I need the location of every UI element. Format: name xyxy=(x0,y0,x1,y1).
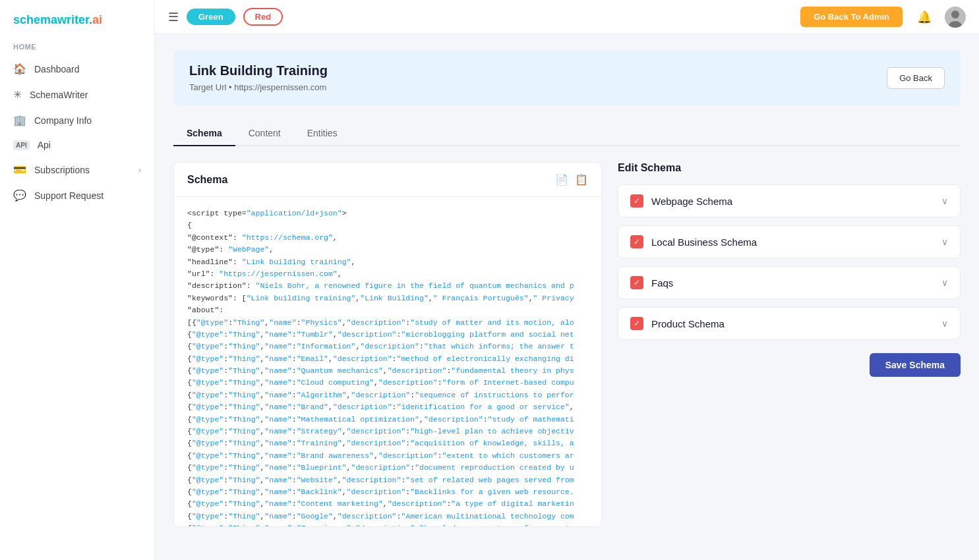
code-line: "@context": "https://schema.org", xyxy=(187,232,588,244)
code-line: "headline": "Link building training", xyxy=(187,256,588,268)
avatar[interactable] xyxy=(945,7,966,28)
accordion-faqs: ✓ Faqs ∨ xyxy=(618,266,961,299)
chevron-down-icon: ∨ xyxy=(941,196,948,206)
accordion-webpage-header[interactable]: ✓ Webpage Schema ∨ xyxy=(618,185,960,217)
page-header-left: Link Building Training Target Url • http… xyxy=(189,63,328,92)
accordion-product-header[interactable]: ✓ Product Schema ∨ xyxy=(618,308,960,339)
accordion-webpage: ✓ Webpage Schema ∨ xyxy=(618,184,961,217)
accordion-product-title: Product Schema xyxy=(651,318,725,329)
code-line: "url": "https://jespernissen.com", xyxy=(187,268,588,280)
code-line: {"@type":"Thing","name":"Brand awareness… xyxy=(187,450,588,462)
support-icon: 💬 xyxy=(13,189,26,202)
main-area: ☰ Green Red Go Back To Admin 🔔 Link Buil… xyxy=(155,0,979,560)
code-line: [{"@type":"Thing","name":"Physics","desc… xyxy=(187,317,588,329)
code-line: {"@type":"Thing","name":"Quantum mechani… xyxy=(187,365,588,377)
code-line: {"@type":"Thing","name":"Information","d… xyxy=(187,341,588,352)
bell-icon[interactable]: 🔔 xyxy=(917,10,932,24)
code-line: {"@type":"Thing","name":"Blueprint","des… xyxy=(187,462,588,474)
sidebar-item-subscriptions[interactable]: 💳 Subscriptions › xyxy=(0,157,154,182)
code-line: "keywords": ["Link building training","L… xyxy=(187,293,588,304)
code-line: {"@type":"Thing","name":"Google","descri… xyxy=(187,511,588,522)
target-url: Target Url • https://jespernissen.com xyxy=(189,82,328,92)
checkbox-local-business[interactable]: ✓ xyxy=(630,235,643,248)
schema-panel: Schema 📄 📋 <script type="application/ld+… xyxy=(173,162,602,527)
subscription-icon: 💳 xyxy=(13,163,26,176)
svg-point-1 xyxy=(951,11,959,18)
edit-schema-title: Edit Schema xyxy=(618,162,961,174)
content-area: Link Building Training Target Url • http… xyxy=(155,34,979,560)
edit-schema-panel: Edit Schema ✓ Webpage Schema ∨ ✓ xyxy=(618,162,961,377)
page-title: Link Building Training xyxy=(189,63,328,78)
code-line: {"@type":"Thing","name":"Content marketi… xyxy=(187,498,588,510)
code-line: {"@type":"Thing","name":"Cloud computing… xyxy=(187,377,588,389)
logo: schemawriter.ai xyxy=(0,13,154,43)
accordion-local-business-header[interactable]: ✓ Local Business Schema ∨ xyxy=(618,226,960,258)
schema-panel-icons: 📄 📋 xyxy=(555,173,588,186)
target-url-value: https://jespernissen.com xyxy=(234,82,326,92)
api-icon: API xyxy=(13,140,30,150)
schema-panel-title: Schema xyxy=(187,174,227,186)
code-line: {"@type":"Thing","name":"Mathematical op… xyxy=(187,414,588,426)
sidebar-item-label: Api xyxy=(38,140,141,150)
sidebar-item-label: Subscriptions xyxy=(34,165,131,175)
accordion-local-business-title: Local Business Schema xyxy=(651,237,757,248)
code-line: {"@type":"Thing","name":"Strategy","desc… xyxy=(187,426,588,437)
chevron-down-icon: ∨ xyxy=(941,318,948,329)
target-url-separator: • xyxy=(229,82,234,92)
sidebar-item-dashboard[interactable]: 🏠 Dashboard xyxy=(0,56,154,82)
sidebar-item-support-request[interactable]: 💬 Support Request xyxy=(0,182,154,208)
tab-content[interactable]: Content xyxy=(235,121,294,146)
sidebar-item-api[interactable]: API Api xyxy=(0,133,154,157)
go-back-button[interactable]: Go Back xyxy=(887,67,945,89)
sidebar-item-label: Dashboard xyxy=(34,64,141,74)
accordion-webpage-left: ✓ Webpage Schema xyxy=(630,194,732,208)
accordion-webpage-title: Webpage Schema xyxy=(651,196,732,207)
go-back-to-admin-button[interactable]: Go Back To Admin xyxy=(800,7,903,27)
topnav: ☰ Green Red Go Back To Admin 🔔 xyxy=(155,0,979,34)
code-line: { xyxy=(187,219,588,231)
code-line: "@type": "WebPage", xyxy=(187,244,588,256)
chevron-right-icon: › xyxy=(138,165,141,175)
tab-schema[interactable]: Schema xyxy=(173,121,235,146)
accordion-local-business-left: ✓ Local Business Schema xyxy=(630,235,757,248)
accordion-product-left: ✓ Product Schema xyxy=(630,317,725,330)
hamburger-icon[interactable]: ☰ xyxy=(168,10,179,24)
chevron-down-icon: ∨ xyxy=(941,277,948,288)
save-schema-button[interactable]: Save Schema xyxy=(870,353,961,377)
accordion-product: ✓ Product Schema ∨ xyxy=(618,307,961,340)
code-line: "about": xyxy=(187,304,588,316)
sidebar-item-schemawriter[interactable]: ✳ SchemaWriter xyxy=(0,82,154,107)
accordion-local-business: ✓ Local Business Schema ∨ xyxy=(618,225,961,258)
code-line: {"@type":"Thing","name":"Website","descr… xyxy=(187,474,588,486)
code-line: {"@type":"Thing","name":"Email","descrip… xyxy=(187,353,588,365)
code-line: "description": "Niels Bohr, a renowned f… xyxy=(187,280,588,292)
code-line: {"@type":"Thing","name":"Backlink","desc… xyxy=(187,486,588,498)
checkbox-webpage[interactable]: ✓ xyxy=(630,194,643,208)
sidebar-item-label: SchemaWriter xyxy=(30,90,141,100)
schema-code-block: <script type="application/ld+json"> { "@… xyxy=(174,197,601,526)
code-line: {"@type":"Thing","name":"Tumblr","descri… xyxy=(187,329,588,341)
green-pill-button[interactable]: Green xyxy=(187,9,235,25)
two-column-layout: Schema 📄 📋 <script type="application/ld+… xyxy=(173,162,961,527)
tab-entities[interactable]: Entities xyxy=(294,121,351,146)
code-line: {"@type":"Thing","name":"Experience","de… xyxy=(187,522,588,526)
accordion-faqs-title: Faqs xyxy=(651,277,673,289)
accordion-faqs-header[interactable]: ✓ Faqs ∨ xyxy=(618,267,960,298)
sidebar-item-label: Company Info xyxy=(34,115,141,126)
download-icon[interactable]: 📄 xyxy=(555,173,568,186)
sidebar-item-company-info[interactable]: 🏢 Company Info xyxy=(0,107,154,133)
copy-icon[interactable]: 📋 xyxy=(575,173,588,186)
checkbox-faqs[interactable]: ✓ xyxy=(630,276,643,289)
schema-panel-header: Schema 📄 📋 xyxy=(174,163,601,197)
checkbox-product[interactable]: ✓ xyxy=(630,317,643,330)
sidebar-item-label: Support Request xyxy=(34,190,141,201)
logo-ai: ai xyxy=(92,13,102,26)
code-line: {"@type":"Thing","name":"Training","desc… xyxy=(187,437,588,449)
sidebar-section-label: HOME xyxy=(0,43,154,56)
target-url-label: Target Url xyxy=(189,82,226,92)
chevron-down-icon: ∨ xyxy=(941,237,948,247)
accordion-faqs-left: ✓ Faqs xyxy=(630,276,673,289)
code-line: {"@type":"Thing","name":"Brand","descrip… xyxy=(187,401,588,413)
red-pill-button[interactable]: Red xyxy=(243,8,283,26)
star-icon: ✳ xyxy=(13,88,22,101)
